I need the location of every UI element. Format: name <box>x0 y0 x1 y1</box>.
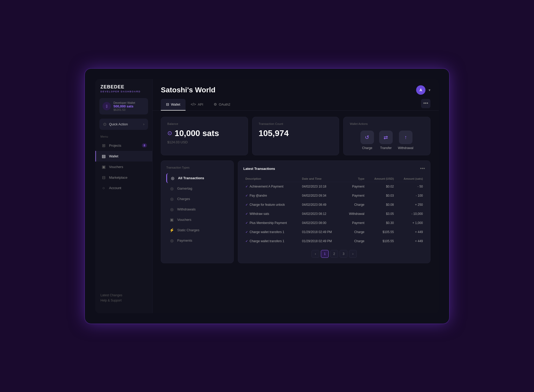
tx-type-charges[interactable]: ◎ Charges <box>166 194 228 204</box>
logo-subtitle: DEVELOPER DASHBOARD <box>100 90 147 93</box>
next-page-button[interactable]: › <box>349 250 357 258</box>
tx-desc-5: ✓Charge wallet transfers 1 <box>243 227 300 236</box>
tx-type-withdrawals[interactable]: ◎ Withdrawals <box>166 204 228 214</box>
help-support-link[interactable]: Help & Support <box>100 299 147 302</box>
tx-sats-3: - 10,000 <box>396 209 425 218</box>
sidebar-item-wallet[interactable]: ▤ Wallet <box>95 151 152 162</box>
tx-sats-4: + 1,000 <box>396 218 425 227</box>
tx-date-6: 01/29/2018 02:49 PM <box>300 236 342 246</box>
account-icon: ○ <box>101 186 106 190</box>
tx-check-icon: ✓ <box>245 185 248 188</box>
payments-icon: ◎ <box>169 238 174 243</box>
tx-types-label: Transaction Types <box>166 166 228 169</box>
tx-sats-2: + 250 <box>396 200 425 209</box>
quick-action-button[interactable]: ⊙ Quick Action › <box>99 119 148 130</box>
developer-wallet-card[interactable]: ₿ Developer Wallet 500,000 sats $6201.53 <box>99 98 148 114</box>
tabs-bar: ⊟ Wallet </> API ⚙ OAuth2 ••• <box>152 95 439 111</box>
transactions-table: Description Date and Time Type Amount (U… <box>243 176 425 246</box>
tx-date-0: 04/02/2023 10:18 <box>300 182 342 191</box>
avatar-chevron-icon[interactable]: ▾ <box>429 88 430 92</box>
transfer-action-button[interactable]: ⇄ Transfer <box>379 131 393 150</box>
tx-desc-2: ✓Charge for feature unlock <box>243 200 300 209</box>
tx-check-icon: ✓ <box>245 230 248 234</box>
latest-transactions-card: Latest Transactions ••• Description Date… <box>238 160 430 263</box>
latest-tx-title: Latest Transactions <box>243 167 275 171</box>
tab-wallet[interactable]: ⊟ Wallet <box>161 99 186 111</box>
tx-date-2: 04/02/2023 08:49 <box>300 200 342 209</box>
payments-label: Payments <box>177 239 192 242</box>
tx-count-label: Transaction Count <box>259 122 333 125</box>
charge-action-button[interactable]: ↺ Charge <box>360 131 374 150</box>
tx-usd-6: $105.55 <box>366 236 396 246</box>
pagination: ‹ 1 2 3 › <box>243 250 425 258</box>
table-row: ✓Charge wallet transfers 1 01/29/2018 02… <box>243 227 425 236</box>
tx-type-3: Withdrawal <box>342 209 366 218</box>
balance-usd: $124.03 USD <box>167 140 241 144</box>
outer-frame: ZEBEDEE DEVELOPER DASHBOARD ₿ Developer … <box>85 69 449 324</box>
page-2-button[interactable]: 2 <box>330 250 338 258</box>
withdrawal-action-button[interactable]: ↑ Withdrawal <box>398 131 413 150</box>
wallet-actions-card: Wallet Actions ↺ Charge ⇄ Transfer <box>343 117 430 155</box>
withdrawals-label: Withdrawals <box>177 207 196 211</box>
tx-date-3: 04/02/2023 08:12 <box>300 209 342 218</box>
tab-oauth2[interactable]: ⚙ OAuth2 <box>208 99 236 111</box>
latest-tx-more-icon[interactable]: ••• <box>420 166 425 171</box>
oauth2-tab-label: OAuth2 <box>219 102 230 106</box>
tx-type-gamertag[interactable]: ◎ Gamertag <box>166 184 228 194</box>
logo: ZEBEDEE DEVELOPER DASHBOARD <box>95 84 152 98</box>
sidebar-item-projects[interactable]: ⊞ Projects 8 <box>95 140 152 151</box>
wallet-icon: ₿ <box>103 102 111 110</box>
tx-check-icon: ✓ <box>245 212 248 216</box>
content-area: Balance ⊙ 10,000 sats $124.03 USD Transa… <box>152 111 439 313</box>
latest-changes-link[interactable]: Latest Changes <box>100 293 147 297</box>
wallet-label: Developer Wallet <box>113 101 135 104</box>
sidebar-footer: Latest Changes Help & Support <box>95 289 152 308</box>
sidebar-item-account[interactable]: ○ Account <box>95 183 152 193</box>
tx-type-6: Charge <box>342 236 366 246</box>
table-row: ✓Charge wallet transfers 1 01/29/2018 02… <box>243 236 425 246</box>
tx-type-payments[interactable]: ◎ Payments <box>166 236 228 246</box>
tx-type-4: Payment <box>342 218 366 227</box>
tx-check-icon: ✓ <box>245 194 248 197</box>
tx-usd-3: $3.05 <box>366 209 396 218</box>
static-charges-label: Static Charges <box>177 228 199 232</box>
page-3-button[interactable]: 3 <box>340 250 347 258</box>
wallet-sats: 500,000 sats <box>113 104 135 108</box>
tx-date-5: 01/29/2018 02:49 PM <box>300 227 342 236</box>
tx-type-all[interactable]: ◎ All Transactions <box>166 173 228 183</box>
projects-label: Projects <box>109 144 121 147</box>
more-options-button[interactable]: ••• <box>421 99 430 108</box>
tx-type-static-charges[interactable]: ⚡ Static Charges <box>166 225 228 235</box>
tx-usd-1: $0.03 <box>366 191 396 200</box>
api-tab-icon: </> <box>191 102 196 106</box>
main-content: Satoshi's World A ▾ ⊟ Wallet </> API ⚙ <box>152 79 439 313</box>
projects-badge: 8 <box>142 143 147 147</box>
marketplace-icon: ⊟ <box>101 175 106 180</box>
prev-page-button[interactable]: ‹ <box>312 250 319 258</box>
table-row: ✓Charge for feature unlock 04/02/2023 08… <box>243 200 425 209</box>
tx-date-4: 04/02/2023 08:00 <box>300 218 342 227</box>
col-datetime: Date and Time <box>300 176 342 182</box>
sidebar-nav: ⊞ Projects 8 ▤ Wallet ▣ Vouchers ⊟ Marke… <box>95 140 152 289</box>
quick-action-label: Quick Action <box>109 122 128 126</box>
tab-api[interactable]: </> API <box>186 99 208 111</box>
page-1-button[interactable]: 1 <box>321 250 329 258</box>
page-title: Satoshi's World <box>161 86 215 94</box>
tx-check-icon: ✓ <box>245 221 248 225</box>
top-header: Satoshi's World A ▾ <box>152 79 439 95</box>
tx-check-icon: ✓ <box>245 203 248 207</box>
sidebar-item-marketplace[interactable]: ⊟ Marketplace <box>95 172 152 183</box>
user-avatar[interactable]: A <box>416 85 425 95</box>
charges-icon: ◎ <box>169 197 174 201</box>
all-tx-icon: ◎ <box>170 176 175 181</box>
static-charges-icon: ⚡ <box>169 228 174 233</box>
tx-check-icon: ✓ <box>245 239 248 243</box>
table-row: ✓Withdraw sats 04/02/2023 08:12 Withdraw… <box>243 209 425 218</box>
transaction-types-card: Transaction Types ◎ All Transactions ◎ G… <box>161 160 234 263</box>
transfer-label: Transfer <box>380 146 392 150</box>
sidebar-item-vouchers[interactable]: ▣ Vouchers <box>95 162 152 172</box>
all-tx-label: All Transactions <box>178 176 204 180</box>
stats-row: Balance ⊙ 10,000 sats $124.03 USD Transa… <box>161 117 430 155</box>
app-container: ZEBEDEE DEVELOPER DASHBOARD ₿ Developer … <box>95 79 439 313</box>
tx-type-vouchers[interactable]: ▣ Vouchers <box>166 215 228 225</box>
